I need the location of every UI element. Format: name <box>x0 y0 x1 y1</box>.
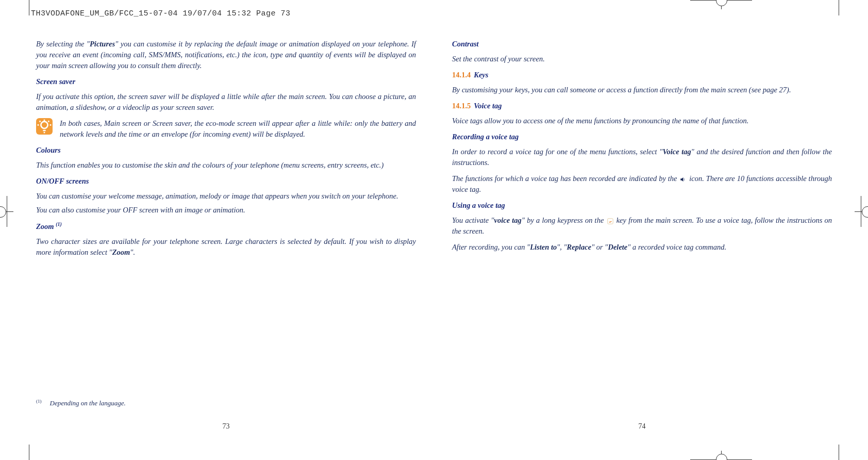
page-left: By selecting the "Pictures" you can cust… <box>36 39 416 439</box>
page-spread: By selecting the "Pictures" you can cust… <box>36 39 832 439</box>
heading-contrast: Contrast <box>452 39 832 50</box>
pdf-header-line: TH3VODAFONE_UM_GB/FCC_15-07-04 19/07/04 … <box>31 9 291 18</box>
paragraph: In order to record a voice tag for one o… <box>452 146 832 168</box>
crop-mark-bottom <box>690 447 752 460</box>
corner-mark <box>839 445 839 460</box>
svg-point-0 <box>41 122 47 128</box>
section-keys: 14.1.4Keys <box>452 70 832 80</box>
paragraph: Voice tags allow you to access one of th… <box>452 116 832 126</box>
heading-recording-voice-tag: Recording a voice tag <box>452 132 832 142</box>
heading-colours: Colours <box>36 145 416 156</box>
paragraph: Set the contrast of your screen. <box>452 54 832 64</box>
paragraph: By selecting the "Pictures" you can cust… <box>36 39 416 71</box>
paragraph: You can also customise your OFF screen w… <box>36 205 416 216</box>
note-block: In both cases, Main screen or Screen sav… <box>36 118 416 140</box>
paragraph: This function enables you to customise t… <box>36 160 416 171</box>
page-number: 73 <box>36 421 416 432</box>
speaker-icon <box>679 175 687 183</box>
crop-mark-top <box>690 0 752 13</box>
corner-mark <box>29 0 29 15</box>
heading-zoom: Zoom (1) <box>36 221 416 232</box>
page-right: Contrast Set the contrast of your screen… <box>452 39 832 439</box>
corner-mark <box>29 445 29 460</box>
tip-icon <box>36 118 53 135</box>
heading-onoff-screens: ON/OFF screens <box>36 176 416 187</box>
crop-mark-right <box>855 196 868 227</box>
crop-mark-left <box>0 196 13 227</box>
paragraph: If you activate this option, the screen … <box>36 91 416 113</box>
paragraph: You activate "voice tag" by a long keypr… <box>452 215 832 237</box>
paragraph: You can customise your welcome message, … <box>36 191 416 202</box>
heading-screen-saver: Screen saver <box>36 76 416 87</box>
page-number: 74 <box>452 421 832 432</box>
paragraph: By customising your keys, you can call s… <box>452 85 832 95</box>
heading-using-voice-tag: Using a voice tag <box>452 200 832 211</box>
footnote: (1)Depending on the language. <box>36 398 126 408</box>
phone-key-icon <box>606 217 614 224</box>
section-voice-tag: 14.1.5Voice tag <box>452 101 832 111</box>
paragraph: After recording, you can "Listen to", "R… <box>452 242 832 253</box>
paragraph: The functions for which a voice tag has … <box>452 173 832 195</box>
paragraph: Two character sizes are available for yo… <box>36 236 416 258</box>
corner-mark <box>839 0 839 15</box>
note-text: In both cases, Main screen or Screen sav… <box>60 118 416 140</box>
svg-rect-1 <box>607 219 613 224</box>
